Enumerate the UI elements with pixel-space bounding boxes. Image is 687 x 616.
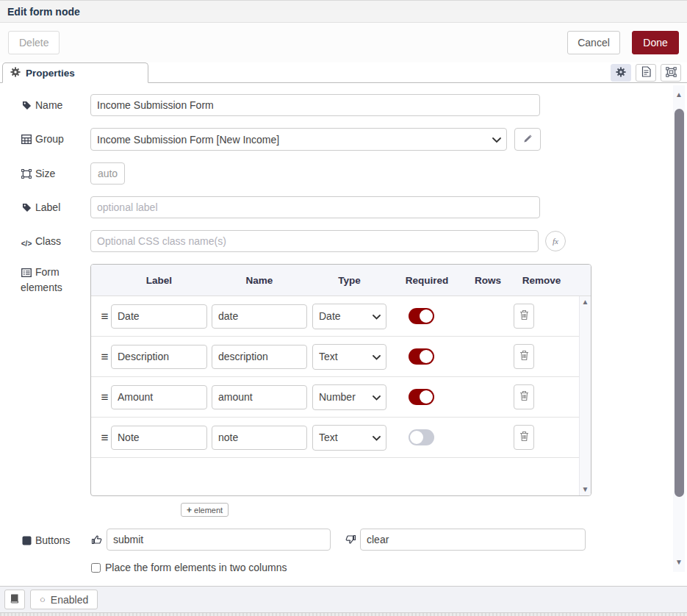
group-label: Group xyxy=(21,128,90,148)
edit-group-button[interactable] xyxy=(514,128,541,151)
column-header-name: Name xyxy=(212,275,307,286)
column-header-type: Type xyxy=(312,275,386,286)
cancel-button[interactable]: Cancel xyxy=(567,31,620,54)
dialog-titlebar: Edit form node xyxy=(0,1,687,23)
element-label-input[interactable] xyxy=(111,345,207,369)
group-select[interactable]: Income Submission Form [New Income] xyxy=(90,128,507,151)
workspace-edge xyxy=(0,612,687,616)
trash-icon xyxy=(519,390,529,404)
tab-properties[interactable]: Properties xyxy=(2,62,148,83)
node-info-button[interactable] xyxy=(4,590,25,609)
form-elements-header: Label Name Type Required Rows Remove xyxy=(91,265,591,296)
field-row-form-elements: Form elements Label Name Type Required R… xyxy=(21,264,687,517)
delete-element-button[interactable] xyxy=(514,344,534,369)
properties-pane: Name Group Income Submission Form [New I… xyxy=(0,83,687,586)
column-header-label: Label xyxy=(111,275,207,286)
element-required-toggle[interactable] xyxy=(409,389,434,405)
element-name-input[interactable] xyxy=(212,385,307,409)
appearance-pane-button[interactable] xyxy=(661,64,681,82)
expand-editor-button[interactable]: fx xyxy=(545,231,566,251)
name-input[interactable] xyxy=(90,94,540,116)
fx-icon: fx xyxy=(553,237,558,246)
main-scrollbar[interactable]: ▲ ▼ xyxy=(673,85,685,572)
element-label-input[interactable] xyxy=(111,426,207,450)
element-type-select[interactable]: Number xyxy=(312,384,386,410)
edit-form-node-dialog: Edit form node Delete Cancel Done xyxy=(0,0,687,616)
scroll-down-icon[interactable]: ▼ xyxy=(582,486,589,493)
field-row-buttons: Buttons xyxy=(21,529,687,551)
two-columns-checkbox[interactable] xyxy=(91,563,101,573)
table-scrollbar[interactable]: ▲ ▼ xyxy=(579,296,591,495)
column-header-remove: Remove xyxy=(516,275,567,286)
delete-element-button[interactable] xyxy=(514,384,534,409)
two-columns-row: Place the form elements in two columns xyxy=(91,562,687,573)
add-element-button[interactable]: +element xyxy=(181,503,229,517)
class-label: </>Class xyxy=(21,230,90,251)
delete-element-button[interactable] xyxy=(514,304,534,329)
field-row-size: Size auto xyxy=(21,162,687,185)
drag-handle-icon[interactable]: ≡ xyxy=(98,310,111,323)
radio-circle-icon: ○ xyxy=(40,595,46,604)
drag-handle-icon[interactable]: ≡ xyxy=(98,431,111,444)
form-element-row: ≡ Number xyxy=(91,377,579,418)
properties-pane-button[interactable] xyxy=(611,64,631,82)
form-elements-label: Form elements xyxy=(21,264,90,295)
element-label-input[interactable] xyxy=(111,304,207,329)
delete-element-button[interactable] xyxy=(514,425,534,450)
field-row-label: Label xyxy=(21,196,687,218)
label-label: Label xyxy=(21,196,90,216)
element-label-input[interactable] xyxy=(111,385,207,409)
field-row-class: </>Class fx xyxy=(21,230,687,252)
field-row-group: Group Income Submission Form [New Income… xyxy=(21,128,687,151)
trash-icon xyxy=(519,309,529,323)
plus-icon: + xyxy=(187,505,192,515)
drag-handle-icon[interactable]: ≡ xyxy=(98,351,111,363)
element-required-toggle[interactable] xyxy=(409,308,434,324)
thumbs-up-icon xyxy=(90,534,103,545)
scroll-down-icon[interactable]: ▼ xyxy=(675,559,683,566)
form-elements-table: Label Name Type Required Rows Remove ≡ D… xyxy=(90,264,591,496)
gear-icon xyxy=(10,67,21,79)
scroll-up-icon[interactable]: ▲ xyxy=(582,298,589,306)
enabled-label: Enabled xyxy=(51,594,88,606)
element-required-toggle[interactable] xyxy=(409,429,434,445)
dialog-footer: ○ Enabled xyxy=(0,586,687,612)
done-button[interactable]: Done xyxy=(632,31,679,54)
table-icon xyxy=(21,134,32,148)
document-icon xyxy=(641,66,651,79)
trash-icon xyxy=(519,431,529,444)
element-type-select[interactable]: Text xyxy=(312,344,386,370)
element-name-input[interactable] xyxy=(212,304,307,329)
gear-icon xyxy=(616,67,626,79)
element-type-select[interactable]: Text xyxy=(312,425,386,451)
drag-handle-icon[interactable]: ≡ xyxy=(98,391,111,404)
two-columns-label[interactable]: Place the form elements in two columns xyxy=(105,562,287,573)
scroll-up-icon[interactable]: ▲ xyxy=(675,91,683,99)
enabled-toggle-button[interactable]: ○ Enabled xyxy=(30,590,98,609)
element-name-input[interactable] xyxy=(212,345,307,369)
size-button[interactable]: auto xyxy=(90,162,125,185)
column-header-rows: Rows xyxy=(466,275,510,286)
element-name-input[interactable] xyxy=(212,426,307,450)
size-icon xyxy=(21,168,32,182)
book-icon xyxy=(10,594,20,606)
submit-button-input[interactable] xyxy=(107,529,331,551)
form-element-row: ≡ Text xyxy=(91,418,579,458)
frame-icon xyxy=(666,67,677,79)
thumbs-down-icon xyxy=(344,534,356,545)
trash-icon xyxy=(519,350,529,363)
description-pane-button[interactable] xyxy=(636,64,656,82)
scrollbar-thumb[interactable] xyxy=(675,109,684,497)
field-row-name: Name xyxy=(21,94,687,116)
code-icon: </> xyxy=(21,237,32,251)
delete-button[interactable]: Delete xyxy=(8,31,60,54)
form-element-row: ≡ Text xyxy=(91,337,579,377)
element-required-toggle[interactable] xyxy=(409,348,434,365)
tag-icon xyxy=(21,100,32,114)
name-label: Name xyxy=(21,94,90,114)
element-type-select[interactable]: Date xyxy=(312,304,386,329)
list-icon xyxy=(21,267,32,281)
class-input[interactable] xyxy=(90,230,539,252)
label-input[interactable] xyxy=(90,196,540,218)
clear-button-input[interactable] xyxy=(360,529,586,551)
